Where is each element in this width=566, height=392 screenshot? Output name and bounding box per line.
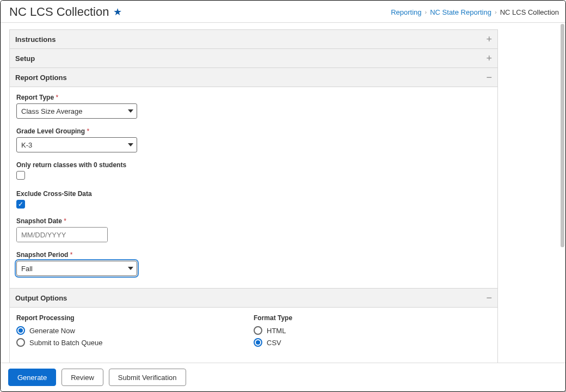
radio-submit-batch[interactable]: Submit to Batch Queue — [16, 338, 254, 347]
output-row: Report Processing Generate Now Submit to… — [16, 314, 491, 350]
exclude-cross-label: Exclude Cross-Site Data — [16, 190, 491, 198]
field-grade-grouping: Grade Level Grouping * K-3 — [16, 127, 491, 152]
section-output-options-label: Output Options — [15, 294, 67, 302]
section-instructions[interactable]: Instructions + — [9, 30, 498, 49]
submit-verification-button[interactable]: Submit Verification — [109, 369, 186, 386]
field-snapshot-date: Snapshot Date * — [16, 217, 491, 242]
field-exclude-cross-site: Exclude Cross-Site Data ✓ — [16, 190, 491, 209]
section-report-options[interactable]: Report Options − — [9, 68, 498, 87]
exclude-cross-checkbox[interactable]: ✓ — [16, 200, 25, 209]
required-marker: * — [56, 94, 58, 101]
chevron-down-icon — [128, 109, 133, 113]
app-window: NC LCS Collection ★ Reporting › NC State… — [0, 0, 566, 392]
breadcrumb: Reporting › NC State Reporting › NC LCS … — [391, 8, 559, 16]
page-title-text: NC LCS Collection — [9, 5, 109, 19]
page-header: NC LCS Collection ★ Reporting › NC State… — [1, 1, 565, 23]
chevron-down-icon — [128, 143, 133, 146]
breadcrumb-reporting[interactable]: Reporting — [391, 8, 421, 16]
panel-wrap: Instructions + Setup + Report Options − … — [9, 29, 498, 363]
radio-icon — [254, 338, 262, 347]
radio-label: Submit to Batch Queue — [29, 339, 102, 347]
only-zero-label: Only return classes with 0 students — [16, 161, 491, 169]
snapshot-period-label: Snapshot Period * — [16, 251, 491, 259]
report-type-label: Report Type * — [16, 94, 491, 101]
grade-grouping-value: K-3 — [21, 141, 32, 149]
snapshot-date-input-wrap — [16, 227, 108, 242]
only-zero-checkbox[interactable] — [16, 171, 25, 180]
grade-grouping-select[interactable]: K-3 — [16, 137, 137, 152]
report-options-body: Report Type * Class Size Average Grade L… — [9, 87, 498, 289]
minus-icon: − — [486, 72, 492, 82]
breadcrumb-state-reporting[interactable]: NC State Reporting — [430, 8, 491, 16]
section-instructions-label: Instructions — [15, 35, 56, 44]
radio-label: Generate Now — [29, 327, 75, 335]
label-text: Grade Level Grouping — [16, 127, 85, 135]
section-setup-label: Setup — [15, 54, 35, 63]
section-setup[interactable]: Setup + — [9, 49, 498, 68]
minus-icon: − — [486, 293, 492, 303]
radio-format-csv[interactable]: CSV — [254, 338, 491, 347]
generate-button[interactable]: Generate — [8, 369, 56, 386]
format-type-col: Format Type HTML CSV — [254, 314, 491, 350]
required-marker: * — [87, 127, 89, 135]
chevron-right-icon: › — [495, 9, 497, 15]
radio-format-html[interactable]: HTML — [254, 326, 491, 335]
review-button[interactable]: Review — [61, 369, 103, 386]
radio-icon — [16, 326, 25, 335]
snapshot-date-input[interactable] — [17, 228, 108, 242]
plus-icon: + — [486, 34, 492, 44]
label-text: Snapshot Period — [16, 251, 68, 259]
grade-grouping-label: Grade Level Grouping * — [16, 127, 491, 135]
field-snapshot-period: Snapshot Period * Fall — [16, 251, 491, 276]
format-type-label: Format Type — [254, 314, 491, 322]
report-processing-col: Report Processing Generate Now Submit to… — [16, 314, 254, 350]
scrollbar[interactable] — [559, 24, 564, 363]
radio-icon — [254, 326, 262, 335]
section-report-options-label: Report Options — [15, 74, 67, 82]
field-only-zero-students: Only return classes with 0 students — [16, 161, 491, 181]
chevron-down-icon — [128, 267, 133, 270]
report-type-value: Class Size Average — [21, 107, 83, 115]
required-marker: * — [70, 251, 73, 259]
star-icon[interactable]: ★ — [113, 7, 122, 17]
radio-icon — [16, 338, 25, 347]
plus-icon: + — [486, 53, 492, 63]
label-text: Snapshot Date — [16, 217, 62, 225]
snapshot-period-select[interactable]: Fall — [16, 261, 137, 276]
breadcrumb-current: NC LCS Collection — [500, 8, 559, 16]
field-report-type: Report Type * Class Size Average — [16, 94, 491, 119]
page-title: NC LCS Collection ★ — [9, 5, 122, 19]
snapshot-period-value: Fall — [21, 265, 33, 273]
footer-bar: Generate Review Submit Verification — [1, 363, 565, 391]
label-text: Report Type — [16, 94, 54, 101]
report-type-select[interactable]: Class Size Average — [16, 103, 137, 119]
body-area: Instructions + Setup + Report Options − … — [1, 23, 565, 363]
snapshot-date-label: Snapshot Date * — [16, 217, 491, 225]
radio-label: HTML — [267, 327, 286, 335]
output-options-body: Report Processing Generate Now Submit to… — [9, 308, 498, 363]
radio-label: CSV — [267, 339, 281, 347]
required-marker: * — [64, 217, 66, 225]
radio-generate-now[interactable]: Generate Now — [16, 326, 254, 335]
section-output-options[interactable]: Output Options − — [9, 289, 498, 308]
report-processing-label: Report Processing — [16, 314, 254, 322]
scrollbar-thumb[interactable] — [561, 24, 564, 247]
chevron-right-icon: › — [425, 9, 427, 15]
